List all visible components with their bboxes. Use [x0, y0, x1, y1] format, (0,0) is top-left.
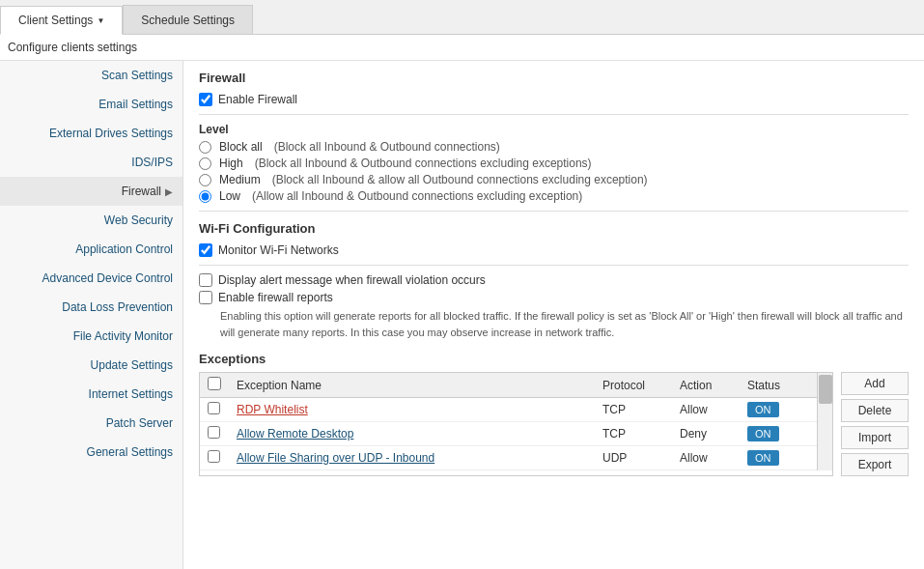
row1-protocol-cell: TCP: [595, 398, 672, 422]
radio-block-all-label: Block all: [219, 140, 263, 154]
radio-high-label: High: [219, 156, 243, 170]
add-button[interactable]: Add: [841, 372, 909, 395]
tab-schedule-settings[interactable]: Schedule Settings: [123, 5, 253, 34]
table-scroll-wrapper: Exception Name Protocol Action Status: [200, 373, 832, 470]
delete-button[interactable]: Delete: [841, 399, 909, 422]
action-buttons: Add Delete Import Export: [841, 372, 909, 476]
row3-name[interactable]: Allow File Sharing over UDP - Inbound: [237, 451, 434, 465]
row3-action-cell: Allow: [672, 446, 740, 470]
row3-action: Allow: [680, 451, 708, 465]
export-button[interactable]: Export: [841, 453, 909, 476]
exceptions-container: Exception Name Protocol Action Status: [199, 372, 909, 476]
row2-protocol: TCP: [602, 427, 626, 441]
monitor-wifi-row: Monitor Wi-Fi Networks: [199, 243, 909, 257]
radio-high-input[interactable]: [199, 157, 211, 170]
sidebar-item-email-settings[interactable]: Email Settings: [0, 90, 182, 119]
radio-low: Low (Allow all Inbound & Outbound connec…: [199, 189, 909, 203]
sidebar-item-web-security[interactable]: Web Security: [0, 206, 182, 235]
sidebar-item-firewall[interactable]: Firewall ▶: [0, 177, 182, 206]
table-header-row: Exception Name Protocol Action Status: [200, 373, 817, 398]
row1-protocol: TCP: [602, 403, 626, 416]
sidebar-item-general-settings[interactable]: General Settings: [0, 438, 182, 467]
sidebar: Scan Settings Email Settings External Dr…: [0, 61, 183, 569]
sidebar-item-internet-settings[interactable]: Internet Settings: [0, 380, 182, 409]
display-alert-label: Display alert message when firewall viol…: [218, 273, 486, 287]
tab-client-settings[interactable]: Client Settings ▼: [0, 6, 123, 35]
sidebar-item-data-loss-prevention[interactable]: Data Loss Prevention: [0, 293, 182, 322]
sidebar-item-file-activity-monitor[interactable]: File Activity Monitor: [0, 322, 182, 351]
header-action: Action: [672, 373, 740, 398]
radio-high-desc: (Block all Inbound & Outbound connection…: [255, 156, 592, 170]
scrollbar-thumb: [819, 375, 832, 404]
row1-name-cell: RDP Whitelist: [229, 398, 595, 422]
divider-2: [199, 211, 909, 212]
radio-low-desc: (Allow all Inbound & Outbound connection…: [252, 189, 582, 203]
row2-protocol-cell: TCP: [595, 422, 672, 446]
row3-name-cell: Allow File Sharing over UDP - Inbound: [229, 446, 595, 470]
row2-status-badge[interactable]: ON: [747, 426, 779, 441]
configure-label: Configure clients settings: [0, 35, 924, 61]
header-protocol: Protocol: [595, 373, 672, 398]
tab-arrow-icon: ▼: [97, 16, 104, 25]
radio-low-input[interactable]: [199, 190, 211, 203]
exceptions-section: Exceptions Exception Name Protocol: [199, 352, 909, 476]
row3-status-badge[interactable]: ON: [747, 450, 779, 466]
radio-block-all-input[interactable]: [199, 141, 211, 154]
firewall-section-title: Firewall: [199, 71, 909, 85]
radio-high: High (Block all Inbound & Outbound conne…: [199, 156, 909, 170]
radio-low-label: Low: [219, 189, 240, 203]
row1-action-cell: Allow: [672, 398, 740, 422]
row1-action: Allow: [680, 403, 708, 416]
table-row: RDP Whitelist TCP Allow ON: [200, 398, 817, 422]
sidebar-item-ids-ips[interactable]: IDS/IPS: [0, 148, 182, 177]
level-title: Level: [199, 123, 909, 136]
sidebar-item-external-drives[interactable]: External Drives Settings: [0, 119, 182, 148]
row2-checkbox[interactable]: [208, 426, 220, 439]
row1-checkbox[interactable]: [208, 402, 220, 414]
row2-name[interactable]: Allow Remote Desktop: [237, 427, 353, 441]
divider-3: [199, 265, 909, 266]
table-row: Allow File Sharing over UDP - Inbound UD…: [200, 446, 817, 470]
exceptions-table-wrapper: Exception Name Protocol Action Status: [199, 372, 833, 476]
table-row: Allow Remote Desktop TCP Deny ON: [200, 422, 817, 446]
sidebar-item-application-control[interactable]: Application Control: [0, 235, 182, 264]
row2-action-cell: Deny: [672, 422, 740, 446]
row3-checkbox[interactable]: [208, 450, 220, 463]
scrollbar[interactable]: [817, 373, 832, 470]
row3-status-cell: ON: [740, 446, 817, 470]
row2-action: Deny: [680, 427, 707, 441]
radio-medium: Medium (Block all Inbound & allow all Ou…: [199, 173, 909, 186]
enable-firewall-checkbox[interactable]: [199, 93, 212, 106]
sidebar-item-patch-server[interactable]: Patch Server: [0, 409, 182, 438]
row1-status-badge[interactable]: ON: [747, 402, 779, 417]
radio-medium-desc: (Block all Inbound & allow all Outbound …: [272, 173, 648, 186]
radio-medium-input[interactable]: [199, 174, 211, 186]
header-checkbox[interactable]: [208, 377, 221, 390]
row3-protocol-cell: UDP: [595, 446, 672, 470]
radio-block-all: Block all (Block all Inbound & Outbound …: [199, 140, 909, 154]
tab-client-settings-label: Client Settings: [18, 14, 93, 27]
tab-schedule-settings-label: Schedule Settings: [141, 14, 235, 27]
row1-status-cell: ON: [740, 398, 817, 422]
row1-name[interactable]: RDP Whitelist: [237, 403, 308, 416]
row2-status-cell: ON: [740, 422, 817, 446]
row2-name-cell: Allow Remote Desktop: [229, 422, 595, 446]
monitor-wifi-checkbox[interactable]: [199, 243, 212, 257]
enable-firewall-row: Enable Firewall: [199, 93, 909, 106]
sidebar-item-advanced-device-control[interactable]: Advanced Device Control: [0, 264, 182, 293]
sidebar-item-scan-settings[interactable]: Scan Settings: [0, 61, 182, 90]
header-exception-name: Exception Name: [229, 373, 595, 398]
row2-checkbox-cell: [200, 422, 229, 446]
display-alert-checkbox[interactable]: [199, 273, 212, 287]
enable-reports-checkbox[interactable]: [199, 291, 212, 304]
monitor-wifi-label: Monitor Wi-Fi Networks: [218, 243, 339, 257]
enable-firewall-label: Enable Firewall: [218, 93, 297, 106]
import-button[interactable]: Import: [841, 426, 909, 449]
header-status: Status: [740, 373, 817, 398]
header-checkbox-col: [200, 373, 229, 398]
wifi-section-title: Wi-Fi Configuration: [199, 221, 909, 236]
row3-checkbox-cell: [200, 446, 229, 470]
display-alert-row: Display alert message when firewall viol…: [199, 273, 909, 287]
sidebar-item-update-settings[interactable]: Update Settings: [0, 351, 182, 380]
divider-1: [199, 114, 909, 115]
